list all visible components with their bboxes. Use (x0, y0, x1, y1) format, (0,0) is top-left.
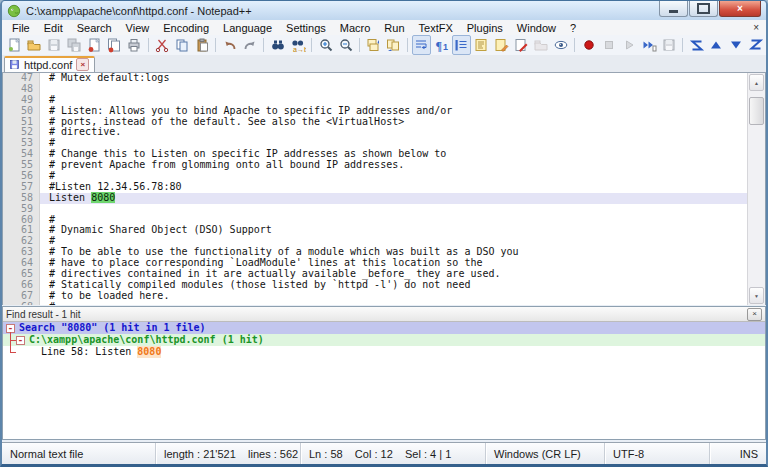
next-result-icon[interactable] (727, 35, 746, 55)
scrollbar-thumb[interactable] (749, 97, 764, 125)
toolbar-separator (682, 38, 683, 52)
editor-line[interactable]: 68# (3, 302, 747, 305)
replace-icon[interactable]: a→b (288, 35, 307, 55)
menu-run[interactable]: Run (377, 21, 411, 35)
document-switcher-icon[interactable] (492, 35, 511, 55)
save-all-icon (65, 35, 84, 55)
status-cursor-position: Ln : 58 Col : 12 Sel : 4 | 1 (301, 443, 486, 464)
edit-marker-icon[interactable] (512, 35, 531, 55)
text-editor[interactable]: 47# Mutex default:logs4849#50# Listen: A… (3, 73, 747, 305)
line-number: 50 (3, 106, 40, 117)
svg-text:a→b: a→b (293, 46, 306, 53)
stop-macro-icon (599, 35, 618, 55)
view-in-browser-icon[interactable] (551, 35, 570, 55)
sync-vertical-icon[interactable] (364, 35, 383, 55)
document-map-icon[interactable] (472, 35, 491, 55)
find-panel-close-icon[interactable]: × (747, 308, 762, 321)
menu-settings[interactable]: Settings (279, 21, 333, 35)
menu-plugins[interactable]: Plugins (460, 21, 510, 35)
open-file-icon[interactable] (25, 35, 44, 55)
titlebar[interactable]: C:\xampp\apache\conf\httpd.conf - Notepa… (2, 1, 766, 20)
maximize-button[interactable] (689, 1, 718, 17)
copy-icon[interactable] (173, 35, 192, 55)
scroll-down-icon[interactable]: ▼ (749, 287, 764, 304)
editor-line[interactable]: 50# Listen: Allows you to bind Apache to… (3, 106, 747, 117)
line-text: # ports, instead of the default. See als… (40, 117, 747, 128)
function-list-icon[interactable] (452, 35, 471, 55)
line-text: # Listen: Allows you to bind Apache to s… (40, 106, 747, 117)
find-result-header[interactable]: Find result - 1 hit × (3, 307, 765, 322)
first-result-icon[interactable] (687, 35, 706, 55)
last-result-icon[interactable] (747, 35, 766, 55)
close-all-icon[interactable] (105, 35, 124, 55)
window-controls: × (659, 1, 761, 17)
redo-icon[interactable] (240, 35, 259, 55)
line-text: # directive. (40, 127, 747, 138)
editor-area: 47# Mutex default:logs4849#50# Listen: A… (2, 73, 766, 305)
find-result-row-line[interactable]: Line 58: Listen 8080 (3, 346, 765, 358)
play-macro-icon (619, 35, 638, 55)
scroll-up-icon[interactable]: ▲ (749, 74, 764, 91)
toolbar: a→b¶1 (2, 35, 766, 55)
line-text: #Listen 12.34.56.78:80 (40, 182, 747, 193)
zoom-in-icon[interactable] (316, 35, 335, 55)
vertical-scrollbar[interactable]: ▲ ▼ (747, 73, 765, 305)
print-icon[interactable] (125, 35, 144, 55)
collapse-icon[interactable]: - (16, 336, 25, 345)
toolbar-separator (574, 38, 575, 52)
close-file-icon[interactable] (85, 35, 104, 55)
menu-language[interactable]: Language (216, 21, 279, 35)
new-file-icon[interactable] (5, 35, 24, 55)
menu-view[interactable]: View (119, 21, 157, 35)
editor-line[interactable]: 67# to be loaded here. (3, 291, 747, 302)
line-text: # to be loaded here. (40, 291, 747, 302)
previous-result-icon[interactable] (707, 35, 726, 55)
show-all-characters-icon[interactable]: ¶1 (432, 35, 451, 55)
line-text: Listen 8080 (40, 193, 747, 204)
close-button[interactable]: × (719, 1, 761, 17)
tabbar: httpd.conf × (2, 55, 766, 73)
menu-search[interactable]: Search (70, 21, 119, 35)
find-icon[interactable] (268, 35, 287, 55)
toolbar-separator (407, 38, 408, 52)
menu-edit[interactable]: Edit (37, 21, 70, 35)
menu-?[interactable]: ? (563, 21, 583, 35)
editor-line[interactable]: 59 (3, 204, 747, 215)
tree-connector (10, 352, 16, 353)
find-result-row-search[interactable]: -Search "8080" (1 hit in 1 file) (3, 322, 765, 334)
line-text: # prevent Apache from glomming onto all … (40, 160, 747, 171)
menu-textfx[interactable]: TextFX (412, 21, 460, 35)
minimize-button[interactable] (659, 1, 688, 17)
paste-icon[interactable] (192, 35, 211, 55)
editor-line[interactable]: 47# Mutex default:logs (3, 73, 747, 84)
menu-file[interactable]: File (5, 21, 37, 35)
editor-line[interactable]: 48 (3, 84, 747, 95)
folder-as-workspace-icon (532, 35, 551, 55)
line-number: 59 (3, 204, 40, 215)
cut-icon[interactable] (153, 35, 172, 55)
undo-icon[interactable] (220, 35, 239, 55)
status-length-lines: length : 21'521 lines : 562 (156, 443, 301, 464)
tree-connector (10, 340, 16, 341)
editor-line[interactable]: 52# directive. (3, 127, 747, 138)
tab-httpd-conf[interactable]: httpd.conf × (4, 56, 95, 72)
status-insert-mode: INS (710, 443, 766, 464)
notepadpp-window: C:\xampp\apache\conf\httpd.conf - Notepa… (0, 0, 768, 467)
toolbar-separator (148, 38, 149, 52)
sync-horizontal-icon[interactable] (384, 35, 403, 55)
record-macro-icon[interactable] (579, 35, 598, 55)
menu-window[interactable]: Window (510, 21, 563, 35)
find-result-row-file[interactable]: -C:\xampp\apache\conf\httpd.conf (1 hit) (3, 334, 765, 346)
menu-macro[interactable]: Macro (333, 21, 378, 35)
line-text: # (40, 302, 747, 305)
tab-close-icon[interactable]: × (76, 58, 89, 71)
editor-line[interactable]: 58Listen 8080 (3, 193, 747, 204)
editor-line[interactable]: 55# prevent Apache from glomming onto al… (3, 160, 747, 171)
editor-line[interactable]: 61# Dynamic Shared Object (DSO) Support (3, 225, 747, 236)
run-macro-multiple-icon[interactable] (639, 35, 658, 55)
document-close-icon[interactable]: × (753, 22, 759, 33)
line-text (40, 204, 747, 215)
zoom-out-icon[interactable] (336, 35, 355, 55)
word-wrap-icon[interactable] (412, 35, 431, 55)
menu-encoding[interactable]: Encoding (156, 21, 216, 35)
